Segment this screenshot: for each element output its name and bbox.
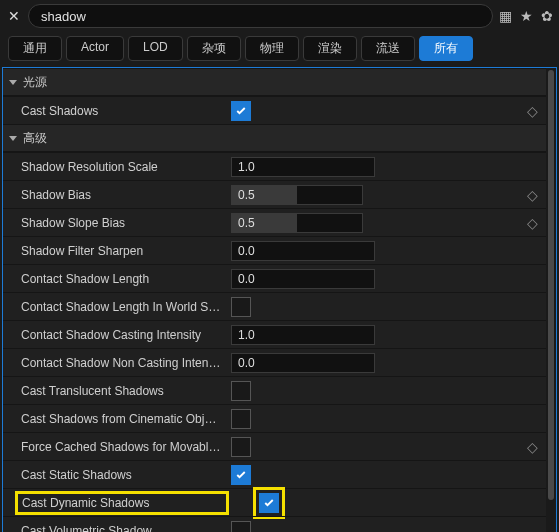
row-cast-cinematic: Cast Shadows from Cinematic Obje... (3, 404, 546, 432)
highlight-checkbox (253, 487, 285, 519)
label-force-cached: Force Cached Shadows for Movable... (21, 440, 221, 454)
highlight-label: Cast Dynamic Shadows (15, 491, 229, 515)
row-cast-translucent: Cast Translucent Shadows (3, 376, 546, 404)
tab-general[interactable]: 通用 (8, 36, 62, 61)
input-contact-shadow-noncasting[interactable]: 0.0 (231, 353, 375, 373)
reset-icon[interactable]: ◇ (527, 103, 538, 119)
slider-shadow-slope-bias[interactable]: 0.5 (231, 213, 363, 233)
slider-shadow-bias[interactable]: 0.5 (231, 185, 363, 205)
row-contact-shadow-noncasting: Contact Shadow Non Casting Intensity 0.0 (3, 348, 546, 376)
reset-icon[interactable]: ◇ (527, 215, 538, 231)
favorite-icon[interactable]: ★ (520, 8, 533, 24)
chevron-down-icon (9, 136, 17, 141)
checkbox-cast-translucent[interactable] (231, 381, 251, 401)
reset-icon[interactable]: ◇ (527, 187, 538, 203)
details-panel: ✕ ▦ ★ ✿ 通用 Actor LOD 杂项 物理 渲染 流送 所有 光源 C… (0, 0, 559, 532)
row-cast-dynamic: Cast Dynamic Shadows (3, 488, 546, 516)
tab-actor[interactable]: Actor (66, 36, 124, 61)
section-light[interactable]: 光源 (3, 68, 546, 96)
input-contact-shadow-casting[interactable]: 1.0 (231, 325, 375, 345)
label-cast-static: Cast Static Shadows (21, 468, 221, 482)
row-cast-volumetric: Cast Volumetric Shadow (3, 516, 546, 532)
checkbox-cast-shadows[interactable] (231, 101, 251, 121)
checkbox-cast-cinematic[interactable] (231, 409, 251, 429)
grid-icon[interactable]: ▦ (499, 8, 512, 24)
label-contact-shadow-length: Contact Shadow Length (21, 272, 221, 286)
settings-icon[interactable]: ✿ (541, 8, 553, 24)
row-shadow-filter-sharpen: Shadow Filter Sharpen 0.0 (3, 236, 546, 264)
label-shadow-bias: Shadow Bias (21, 188, 221, 202)
input-shadow-filter-sharpen[interactable]: 0.0 (231, 241, 375, 261)
row-contact-shadow-length: Contact Shadow Length 0.0 (3, 264, 546, 292)
checkbox-cast-dynamic[interactable] (259, 493, 279, 513)
label-cast-volumetric: Cast Volumetric Shadow (21, 524, 221, 533)
label-cast-shadows: Cast Shadows (21, 104, 221, 118)
checkbox-contact-shadow-length-ws[interactable] (231, 297, 251, 317)
label-contact-shadow-noncasting: Contact Shadow Non Casting Intensity (21, 356, 221, 370)
checkbox-cast-volumetric[interactable] (231, 521, 251, 533)
label-shadow-res-scale: Shadow Resolution Scale (21, 160, 221, 174)
label-shadow-slope-bias: Shadow Slope Bias (21, 216, 221, 230)
close-search-icon[interactable]: ✕ (6, 8, 22, 24)
topbar: ✕ ▦ ★ ✿ (0, 0, 559, 32)
tab-misc[interactable]: 杂项 (187, 36, 241, 61)
tab-all[interactable]: 所有 (419, 36, 473, 61)
tab-lod[interactable]: LOD (128, 36, 183, 61)
input-contact-shadow-length[interactable]: 0.0 (231, 269, 375, 289)
tab-streaming[interactable]: 流送 (361, 36, 415, 61)
section-advanced-label: 高级 (23, 130, 47, 147)
scrollbar[interactable] (546, 68, 556, 532)
tab-rendering[interactable]: 渲染 (303, 36, 357, 61)
label-contact-shadow-casting: Contact Shadow Casting Intensity (21, 328, 221, 342)
section-advanced[interactable]: 高级 (3, 124, 546, 152)
label-shadow-filter-sharpen: Shadow Filter Sharpen (21, 244, 221, 258)
row-force-cached: Force Cached Shadows for Movable... ◇ (3, 432, 546, 460)
row-contact-shadow-length-ws: Contact Shadow Length In World Spa... (3, 292, 546, 320)
reset-icon[interactable]: ◇ (527, 439, 538, 455)
section-light-label: 光源 (23, 74, 47, 91)
chevron-down-icon (9, 80, 17, 85)
row-contact-shadow-casting: Contact Shadow Casting Intensity 1.0 (3, 320, 546, 348)
checkbox-force-cached[interactable] (231, 437, 251, 457)
properties-panel: 光源 Cast Shadows ◇ 高级 Shadow Resolution S… (2, 67, 557, 532)
category-tabs: 通用 Actor LOD 杂项 物理 渲染 流送 所有 (0, 32, 559, 67)
scrollbar-thumb[interactable] (548, 70, 554, 500)
row-cast-static: Cast Static Shadows (3, 460, 546, 488)
checkbox-cast-static[interactable] (231, 465, 251, 485)
properties-list: 光源 Cast Shadows ◇ 高级 Shadow Resolution S… (3, 68, 546, 532)
label-cast-translucent: Cast Translucent Shadows (21, 384, 221, 398)
search-box[interactable] (28, 4, 493, 28)
tab-physics[interactable]: 物理 (245, 36, 299, 61)
row-shadow-bias: Shadow Bias 0.5 ◇ (3, 180, 546, 208)
input-shadow-res-scale[interactable]: 1.0 (231, 157, 375, 177)
row-shadow-res-scale: Shadow Resolution Scale 1.0 (3, 152, 546, 180)
label-cast-dynamic: Cast Dynamic Shadows (22, 496, 222, 510)
row-cast-shadows: Cast Shadows ◇ (3, 96, 546, 124)
label-contact-shadow-length-ws: Contact Shadow Length In World Spa... (21, 300, 221, 314)
search-input[interactable] (39, 8, 482, 25)
row-shadow-slope-bias: Shadow Slope Bias 0.5 ◇ (3, 208, 546, 236)
label-cast-cinematic: Cast Shadows from Cinematic Obje... (21, 412, 221, 426)
